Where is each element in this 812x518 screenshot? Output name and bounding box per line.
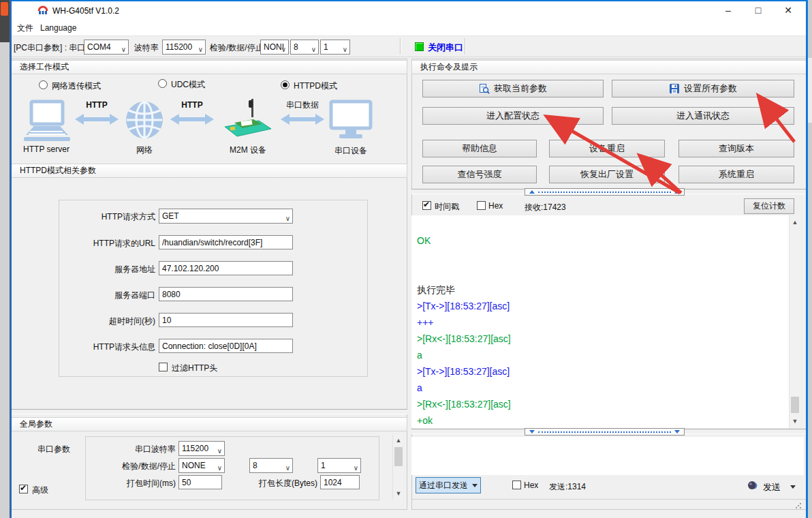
stopbits-select[interactable]: 1 xyxy=(320,40,350,55)
pack-time-field[interactable] xyxy=(178,475,222,489)
timeout-label: 超时时间(秒) xyxy=(37,316,155,327)
timeout-field[interactable] xyxy=(159,313,293,327)
log-line: >[Tx->][18:53:27][asc] xyxy=(417,363,783,380)
set-params-button[interactable]: 设置所有参数 xyxy=(612,80,794,97)
log-scrollbar[interactable]: ▲ ▼ xyxy=(789,215,800,428)
g-parity-select[interactable]: NONE xyxy=(178,458,225,473)
rx-hex-checkbox[interactable] xyxy=(477,201,486,210)
log-line: >[Rx<-][18:53:27][asc] xyxy=(417,396,783,412)
pack-len-label: 打包长度(Bytes) xyxy=(234,478,317,489)
node1-label: HTTP server xyxy=(19,144,74,154)
scroll-thumb[interactable] xyxy=(394,447,403,466)
factory-reset-button[interactable]: 恢复出厂设置 xyxy=(549,166,665,183)
databits-select[interactable]: 8 xyxy=(290,40,319,55)
g-databits-select[interactable]: 8 xyxy=(249,458,293,473)
enter-config-button[interactable]: 进入配置状态 xyxy=(422,107,604,125)
log-line: 执行完毕 xyxy=(417,281,783,298)
log-line: >[Tx->][18:53:27][asc] xyxy=(417,298,783,314)
global-scrollbar[interactable]: ▲ ▼ xyxy=(392,435,403,499)
signal-strength-button[interactable]: 查信号强度 xyxy=(422,166,537,183)
log-line xyxy=(417,249,783,265)
scroll-up-icon[interactable]: ▲ xyxy=(393,435,404,446)
close-button[interactable]: ✕ xyxy=(773,1,803,20)
send-dropdown-icon[interactable] xyxy=(790,485,796,489)
serial-group-label: 串口参数 xyxy=(37,444,70,455)
device-restart-button[interactable]: 设备重启 xyxy=(549,140,665,157)
g-parity-value: NONE xyxy=(182,461,206,470)
help-button[interactable]: 帮助信息 xyxy=(422,140,537,157)
server-addr-field[interactable] xyxy=(159,261,293,275)
log-scroll-down-icon[interactable]: ▼ xyxy=(790,416,800,427)
close-port-button[interactable]: 关闭串口 xyxy=(428,42,463,54)
global-params-header: 全局参数 xyxy=(11,417,407,431)
background-left-strip xyxy=(0,0,10,518)
resize-grip[interactable] xyxy=(794,502,801,508)
http-method-label: HTTP请求方式 xyxy=(37,211,155,223)
filter-http-label: 过滤HTTP头 xyxy=(172,363,217,374)
log-line xyxy=(417,265,783,281)
server-port-field[interactable] xyxy=(159,287,293,301)
system-restart-button[interactable]: 系统重启 xyxy=(678,166,794,183)
http-method-select[interactable]: GET xyxy=(159,209,293,224)
httpd-params-header: HTTPD模式相关参数 xyxy=(11,164,407,178)
splitter-handle-bottom[interactable] xyxy=(525,428,685,436)
log-scroll-up-icon[interactable]: ▲ xyxy=(790,217,800,228)
query-version-button[interactable]: 查询版本 xyxy=(678,140,794,157)
log-line: a xyxy=(417,380,783,396)
g-stopbits-value: 1 xyxy=(321,461,326,470)
baud-select[interactable]: 115200 xyxy=(162,40,206,55)
port-open-led-icon xyxy=(415,42,424,51)
log-line: +ok xyxy=(417,412,783,428)
log-line: >[Rx<-][18:53:27][asc] xyxy=(417,331,783,347)
server-addr-label: 服务器地址 xyxy=(37,264,155,275)
timestamp-checkbox[interactable] xyxy=(422,201,431,210)
radio-transparent-mode[interactable] xyxy=(39,80,48,89)
minimize-button[interactable]: – xyxy=(713,1,743,20)
left-splitter[interactable] xyxy=(11,409,407,414)
collapse-up-icon xyxy=(529,190,535,194)
scroll-down-icon[interactable]: ▼ xyxy=(393,488,404,499)
tx-hex-checkbox[interactable] xyxy=(512,481,521,489)
filter-http-checkbox[interactable] xyxy=(159,363,168,371)
pack-len-field[interactable] xyxy=(320,475,360,489)
parity-select[interactable]: NONI xyxy=(260,40,289,55)
app-icon xyxy=(37,5,48,16)
app-window: WH-G405tf V1.0.2 – □ ✕ 文件 Language [PC串口… xyxy=(10,0,808,518)
advanced-checkbox[interactable] xyxy=(19,485,28,493)
g-stopbits-select[interactable]: 1 xyxy=(317,458,361,473)
g-baud-select[interactable]: 115200 xyxy=(178,441,225,456)
dropdown-icon xyxy=(472,484,478,487)
menu-file[interactable]: 文件 xyxy=(12,20,38,35)
send-input-area[interactable] xyxy=(411,437,804,475)
http-header-field[interactable] xyxy=(159,339,293,353)
parity-label: 检验/数据/停止 xyxy=(210,42,264,54)
titlebar xyxy=(10,0,808,20)
toolbar-separator2 xyxy=(465,38,466,55)
send-mode-label: 通过串口发送 xyxy=(419,480,468,491)
radio-udc-mode[interactable] xyxy=(158,79,167,88)
com-port-select[interactable]: COM4 xyxy=(84,40,129,55)
menu-language[interactable]: Language xyxy=(35,20,81,35)
menubar xyxy=(10,20,808,35)
http-url-field[interactable] xyxy=(159,235,293,249)
log-scroll-thumb[interactable] xyxy=(791,397,799,413)
reset-count-button[interactable]: 复位计数 xyxy=(744,198,794,214)
collapse-up-icon2 xyxy=(674,190,680,194)
radio-transparent-label: 网络透传模式 xyxy=(52,80,101,92)
g-parity-label: 检验/数据/停止 xyxy=(91,461,176,472)
radio-httpd-mode[interactable] xyxy=(281,80,290,89)
pack-time-label: 打包时间(ms) xyxy=(98,478,176,489)
maximize-button[interactable]: □ xyxy=(743,1,773,20)
send-mode-button[interactable]: 通过串口发送 xyxy=(416,477,481,493)
command-panel-header: 执行命令及提示 xyxy=(411,60,807,74)
get-params-button[interactable]: 获取当前参数 xyxy=(422,80,604,97)
http-url-label: HTTP请求的URL xyxy=(37,238,155,249)
link2-label: HTTP xyxy=(170,100,214,110)
splitter-handle-top[interactable] xyxy=(525,188,685,196)
arrow-http2-icon xyxy=(170,114,214,125)
get-params-label: 获取当前参数 xyxy=(494,82,547,95)
send-button[interactable]: 发送 xyxy=(763,481,781,493)
toolbar-separator xyxy=(400,38,401,55)
log-output[interactable]: OK 执行完毕 >[Tx->][18:53:27][asc] +++ >[Rx<… xyxy=(411,215,789,428)
enter-comm-button[interactable]: 进入通讯状态 xyxy=(612,107,794,125)
